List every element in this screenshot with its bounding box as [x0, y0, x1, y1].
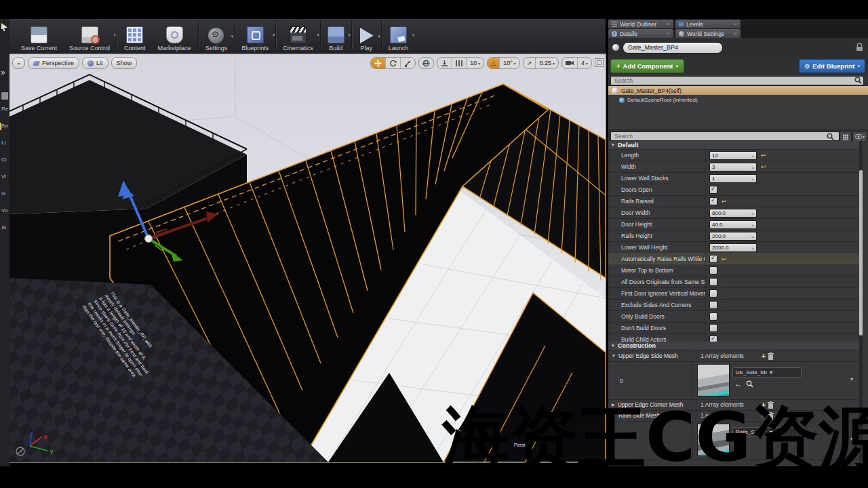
place-actors-tab-g[interactable]: G: [1, 190, 9, 197]
cinematics-button[interactable]: Cinematics▾: [283, 26, 313, 52]
maximize-viewport-button[interactable]: [595, 58, 604, 67]
use-selected-icon[interactable]: ←: [734, 380, 742, 388]
checkbox[interactable]: [709, 197, 717, 205]
chevron-down-icon[interactable]: ▾: [114, 33, 117, 38]
revert-icon[interactable]: ↩: [761, 152, 766, 159]
place-actors-tab-ba[interactable]: Ba: [1, 123, 9, 129]
move-tool-button[interactable]: [371, 58, 386, 68]
mesh-select-dropdown[interactable]: UE_Side_SM ▾: [732, 367, 802, 378]
perspective-button[interactable]: Perspective: [28, 57, 79, 69]
place-actors-tab-ci[interactable]: Ci: [1, 157, 9, 163]
chevron-down-icon[interactable]: ▾: [231, 34, 234, 39]
element-options-caret[interactable]: ▾: [850, 376, 853, 382]
place-actors-tab-li[interactable]: Li: [1, 140, 9, 146]
blueprints-button[interactable]: Blueprints▾: [241, 26, 269, 52]
array-row-upper-edge-side-mesh[interactable]: ▼Upper Edge Side Mesh 1 Array elements +: [608, 350, 863, 362]
place-actors-tab-vo[interactable]: Vo: [1, 207, 9, 214]
drag-value-icon[interactable]: ↘: [751, 222, 754, 227]
view-options-button[interactable]: ▾: [852, 131, 867, 142]
world-local-toggle-button[interactable]: [419, 58, 433, 68]
tab-levels[interactable]: Levels ×: [675, 20, 741, 28]
chevron-down-icon[interactable]: ▾: [412, 33, 415, 38]
checkbox[interactable]: [709, 186, 717, 194]
chevron-down-icon[interactable]: ▾: [273, 33, 275, 38]
number-field[interactable]: 200.0↘: [709, 232, 757, 241]
number-field[interactable]: 2000.0↘: [709, 243, 757, 252]
lit-button[interactable]: Lit: [82, 57, 108, 69]
lock-icon[interactable]: [856, 43, 863, 52]
number-field[interactable]: 12↘: [709, 151, 757, 160]
add-component-button[interactable]: + Add Component ▾: [610, 59, 684, 73]
browse-icon[interactable]: [746, 380, 753, 388]
surface-snap-button[interactable]: [437, 58, 452, 68]
tab-details[interactable]: i Details ×: [608, 29, 673, 38]
checkbox[interactable]: [709, 301, 717, 309]
trash-icon[interactable]: [768, 352, 774, 360]
section-header-construction[interactable]: ▼Construction: [608, 342, 863, 350]
drag-value-icon[interactable]: ↘: [751, 165, 754, 169]
checkbox[interactable]: [709, 312, 717, 321]
place-actors-tab-re[interactable]: Re: [1, 106, 9, 112]
marketplace-button[interactable]: Marketplace: [158, 26, 191, 52]
checkbox[interactable]: [709, 278, 717, 286]
drag-value-icon[interactable]: ↘: [751, 245, 754, 250]
number-field[interactable]: 40.0↘: [709, 220, 757, 229]
chevron-down-icon[interactable]: ▾: [348, 33, 351, 38]
number-field[interactable]: 1↘: [709, 174, 757, 183]
close-icon[interactable]: ×: [667, 21, 670, 27]
content-button[interactable]: Content: [124, 26, 146, 52]
revert-icon[interactable]: ↩: [761, 163, 766, 170]
checkbox[interactable]: [709, 289, 717, 298]
revert-icon[interactable]: ↩: [722, 256, 727, 262]
tab-world-outliner[interactable]: World Outliner ×: [608, 20, 673, 28]
drag-value-icon[interactable]: ↘: [751, 234, 754, 239]
save-current-button[interactable]: Save Current: [21, 26, 57, 52]
scale-snap-button[interactable]: ↗: [524, 58, 536, 68]
rotate-tool-button[interactable]: [386, 58, 401, 68]
panel-scrollbar-thumb[interactable]: [859, 170, 863, 336]
component-row-self[interactable]: Gate_Master_BP4(self): [608, 86, 868, 95]
actor-name-field[interactable]: Gate_Master_BP4: [623, 42, 723, 54]
number-field[interactable]: 800.0↘: [709, 209, 757, 218]
camera-speed-button[interactable]: [562, 58, 578, 68]
scale-tool-button[interactable]: [401, 58, 415, 68]
checkbox[interactable]: [709, 255, 717, 263]
close-icon[interactable]: ×: [667, 30, 670, 37]
property-matrix-button[interactable]: [840, 131, 852, 142]
grid-snap-button[interactable]: [452, 58, 467, 68]
camera-speed-value[interactable]: 4▾: [578, 58, 591, 68]
place-actors-tab-vi[interactable]: Vi: [1, 174, 9, 180]
settings-button[interactable]: Settings▾: [205, 28, 228, 52]
show-button[interactable]: Show: [111, 57, 138, 69]
viewport-options-button[interactable]: ▾: [12, 57, 25, 69]
chevron-down-icon[interactable]: ▾: [317, 33, 319, 38]
checkbox[interactable]: [709, 324, 717, 332]
close-icon[interactable]: ×: [734, 21, 737, 27]
mesh-thumbnail[interactable]: [697, 364, 730, 396]
expand-rail-chevron[interactable]: »: [1, 68, 5, 77]
section-header-default[interactable]: ▼Default: [608, 141, 863, 150]
grid-snap-value[interactable]: 10▾: [467, 58, 484, 68]
drag-handle[interactable]: ⋮⋮: [611, 375, 619, 381]
component-search-input[interactable]: Search: [610, 76, 864, 85]
add-element-icon[interactable]: +: [762, 352, 766, 360]
launch-button[interactable]: Launch▾: [389, 26, 409, 52]
close-icon[interactable]: ×: [734, 30, 737, 37]
rotation-snap-value[interactable]: 10°▾: [500, 58, 519, 68]
play-button[interactable]: Play▾: [359, 28, 374, 52]
edit-blueprint-button[interactable]: ⚙ Edit Blueprint ▾: [799, 59, 865, 73]
source-control-button[interactable]: Source Control▾: [69, 26, 110, 52]
chevron-down-icon[interactable]: ▾: [378, 34, 380, 39]
place-actors-tab-al[interactable]: Al: [1, 224, 9, 230]
drag-value-icon[interactable]: ↘: [751, 153, 754, 158]
rotation-snap-button[interactable]: △: [488, 58, 500, 68]
scale-snap-value[interactable]: 0.25▾: [536, 58, 558, 68]
revert-icon[interactable]: ↩: [722, 198, 727, 205]
property-search-input[interactable]: Search: [610, 131, 840, 141]
drag-value-icon[interactable]: ↘: [751, 176, 754, 181]
tab-world-settings[interactable]: World Settings ×: [675, 29, 741, 38]
build-button[interactable]: Build▾: [328, 26, 344, 52]
drag-value-icon[interactable]: ↘: [751, 211, 754, 216]
component-row-scene-root[interactable]: DefaultSceneRoot (Inherited): [608, 96, 868, 104]
checkbox[interactable]: [709, 266, 717, 274]
